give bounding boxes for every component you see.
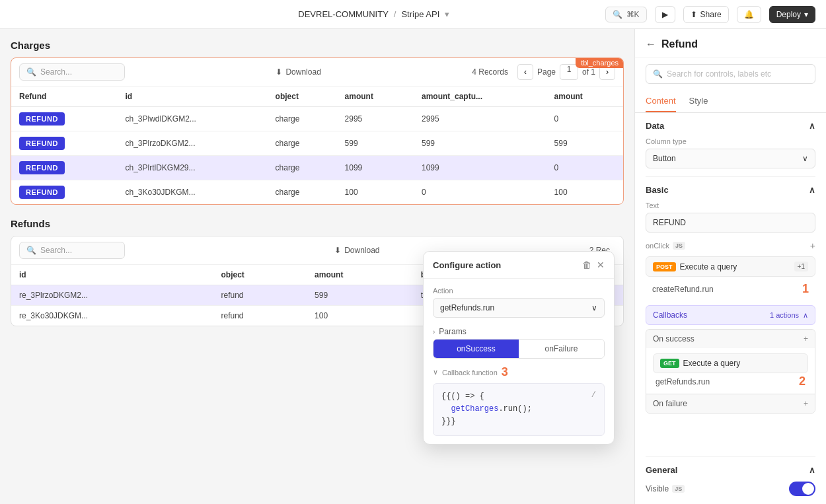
download-icon: ⬇ bbox=[334, 246, 341, 255]
text-field-input[interactable]: REFUND bbox=[646, 213, 815, 233]
prev-page-button[interactable]: ‹ bbox=[517, 64, 533, 80]
basic-chevron-icon[interactable]: ∧ bbox=[809, 185, 815, 195]
code-line-1: {{() => { bbox=[441, 390, 532, 403]
execute-query-action[interactable]: POST Execute a query +1 bbox=[646, 256, 815, 277]
callbacks-label: Callbacks bbox=[653, 310, 687, 320]
action-select[interactable]: getRefunds.run ∨ bbox=[433, 298, 605, 318]
panel-search-icon: 🔍 bbox=[653, 69, 663, 79]
callback-fn-label: ∨ Callback function 3 bbox=[433, 365, 605, 379]
modal-header: Configure action 🗑 ✕ bbox=[424, 252, 614, 279]
basic-section-label: Basic ∧ bbox=[646, 185, 815, 195]
amount-last-cell: 599 bbox=[546, 131, 623, 156]
deploy-button[interactable]: Deploy ▾ bbox=[769, 6, 815, 23]
callbacks-right: 1 actions ∧ bbox=[770, 311, 808, 320]
visible-toggle[interactable] bbox=[789, 482, 815, 496]
execute-query-label: Execute a query bbox=[680, 262, 737, 271]
main-layout: Charges tbl_charges 🔍 Search... ⬇ Downlo… bbox=[0, 29, 826, 504]
params-chevron-icon: › bbox=[433, 328, 435, 336]
onclick-plus[interactable]: + bbox=[810, 240, 815, 251]
charges-search[interactable]: 🔍 Search... bbox=[19, 63, 125, 81]
search-shortcut: ⌘K bbox=[626, 10, 640, 19]
column-type-label: Column type bbox=[646, 137, 815, 145]
tbl-charges-badge: tbl_charges bbox=[576, 57, 624, 68]
modal-tabs: onSuccess onFailure bbox=[433, 339, 605, 359]
col-amount: amount bbox=[337, 87, 414, 107]
modal-delete-button[interactable]: 🗑 bbox=[582, 260, 591, 270]
column-type-select[interactable]: Button ∨ bbox=[646, 149, 815, 168]
dropdown-chevron-icon: ∨ bbox=[802, 154, 808, 163]
callbacks-header[interactable]: Callbacks 1 actions ∧ bbox=[646, 305, 815, 325]
charges-toolbar: 🔍 Search... ⬇ Download 4 Records ‹ Page … bbox=[11, 58, 623, 87]
modal-close-button[interactable]: ✕ bbox=[597, 260, 605, 270]
callbacks-chevron-icon[interactable]: ∧ bbox=[803, 311, 808, 320]
share-button[interactable]: ⬆ Share bbox=[683, 6, 729, 23]
charges-section: Charges tbl_charges 🔍 Search... ⬇ Downlo… bbox=[11, 40, 624, 205]
page-label: Page bbox=[537, 67, 556, 77]
code-run-span: getCharges bbox=[451, 404, 498, 414]
search-icon: 🔍 bbox=[26, 67, 36, 77]
run-button[interactable]: ▶ bbox=[655, 6, 675, 23]
callback-step-num: 3 bbox=[502, 365, 508, 379]
configure-action-modal: Configure action 🗑 ✕ Action getRefunds.r… bbox=[423, 251, 615, 445]
charges-download[interactable]: ⬇ Download bbox=[276, 67, 320, 77]
right-panel-title: Refund bbox=[661, 38, 698, 50]
table-row: REFUND ch_3Ko30JDKGM... charge 100 0 100 bbox=[11, 180, 623, 205]
charges-header-row: Refund id object amount amount_captu... … bbox=[11, 87, 623, 107]
get-badge: GET bbox=[660, 359, 679, 368]
code-block: {{() => { getCharges.run(); }}} / bbox=[433, 383, 605, 436]
amount-captured-cell: 1099 bbox=[414, 156, 546, 180]
get-execute-action[interactable]: GET Execute a query bbox=[653, 353, 808, 373]
modal-tab-failure[interactable]: onFailure bbox=[519, 340, 604, 358]
refund-button[interactable]: REFUND bbox=[19, 112, 65, 126]
refund-button[interactable]: REFUND bbox=[19, 137, 65, 150]
data-chevron-icon[interactable]: ∧ bbox=[809, 121, 815, 131]
params-row[interactable]: › Params bbox=[433, 324, 605, 339]
amount-cell: 100 bbox=[337, 180, 414, 205]
on-failure-plus[interactable]: + bbox=[804, 399, 808, 408]
page-number[interactable]: 1 bbox=[560, 64, 578, 80]
panel-search[interactable]: 🔍 Search for controls, labels etc bbox=[646, 64, 815, 84]
refunds-download[interactable]: ⬇ Download bbox=[334, 246, 379, 255]
onclick-label: onClick JS bbox=[646, 242, 685, 250]
general-divider bbox=[646, 456, 815, 457]
plus-one-badge: +1 bbox=[794, 262, 808, 271]
post-badge: POST bbox=[653, 262, 676, 271]
refund-object-cell: refund bbox=[213, 306, 307, 326]
tab-style[interactable]: Style bbox=[689, 90, 708, 112]
on-success-label: On success bbox=[653, 334, 695, 343]
action-chevron-icon: ∨ bbox=[591, 303, 597, 312]
id-cell: ch_3PlrtlDKGM29... bbox=[118, 156, 268, 180]
modal-tab-success[interactable]: onSuccess bbox=[433, 340, 519, 358]
code-text: {{() => { getCharges.run(); }}} bbox=[441, 390, 532, 429]
panel-body: Data ∧ Column type Button ∨ Basic ∧ Text… bbox=[635, 113, 826, 449]
visible-row: Visible JS bbox=[646, 482, 815, 496]
refund-cell: REFUND bbox=[11, 107, 118, 131]
on-success-plus[interactable]: + bbox=[804, 334, 808, 343]
col-refund-id: id bbox=[11, 265, 213, 285]
refund-button[interactable]: REFUND bbox=[19, 186, 65, 199]
right-panel: ← Refund 🔍 Search for controls, labels e… bbox=[634, 29, 826, 504]
amount-captured-cell: 599 bbox=[414, 131, 546, 156]
visible-label: Visible JS bbox=[646, 484, 685, 493]
refund-button[interactable]: REFUND bbox=[19, 161, 65, 174]
onclick-header: onClick JS + bbox=[646, 240, 815, 251]
refund-id-cell: re_3PlrzoDKGM2... bbox=[11, 285, 213, 306]
step-2-label: 2 bbox=[799, 375, 806, 388]
on-success-header: On success + bbox=[646, 330, 815, 348]
notification-button[interactable]: 🔔 bbox=[737, 6, 761, 23]
col-id: id bbox=[118, 87, 268, 107]
right-panel-header: ← Refund bbox=[635, 29, 826, 57]
topbar-search[interactable]: 🔍 ⌘K bbox=[605, 7, 647, 22]
tab-content[interactable]: Content bbox=[646, 90, 676, 112]
refunds-search[interactable]: 🔍 Search... bbox=[19, 242, 125, 259]
amount-last-cell: 0 bbox=[546, 107, 623, 131]
id-cell: ch_3Ko30JDKGM... bbox=[118, 180, 268, 205]
general-chevron-icon[interactable]: ∧ bbox=[809, 465, 815, 475]
col-refund: Refund bbox=[11, 87, 118, 107]
action-field-label: Action bbox=[433, 287, 605, 295]
id-cell: ch_3PlwdlDKGM2... bbox=[118, 107, 268, 131]
back-button[interactable]: ← bbox=[646, 38, 656, 50]
topbar-chevron[interactable]: ▾ bbox=[445, 9, 449, 19]
refund-id-cell: re_3Ko30JDKGM... bbox=[11, 306, 213, 326]
charges-table: Refund id object amount amount_captu... … bbox=[11, 87, 623, 204]
